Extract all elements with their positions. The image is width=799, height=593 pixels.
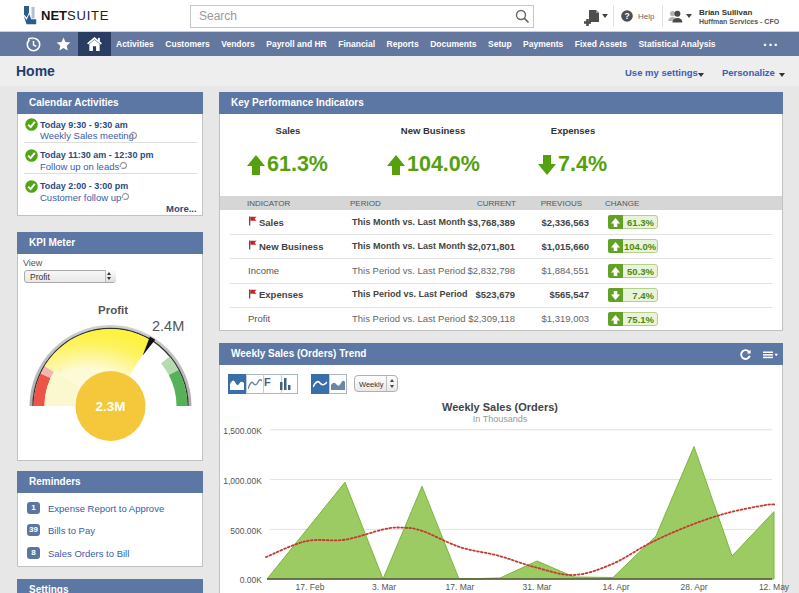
svg-text:?: ? — [624, 11, 629, 21]
svg-text:2.3M: 2.3M — [95, 399, 125, 414]
